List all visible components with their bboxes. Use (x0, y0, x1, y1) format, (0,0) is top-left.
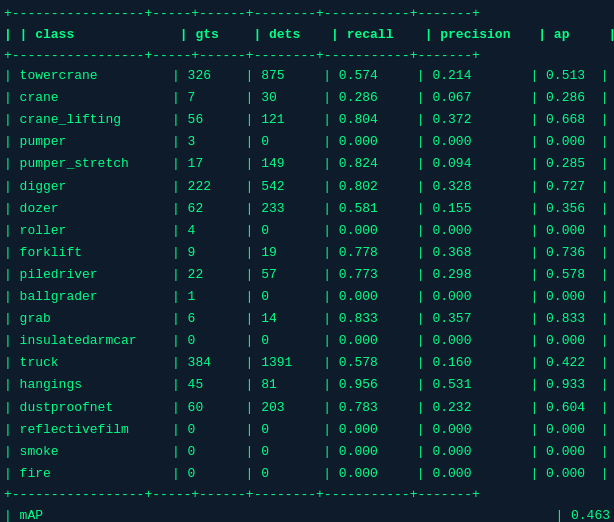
table-row: | dustproofnet | 60 | 203 | 0.783 | 0.23… (0, 397, 614, 419)
cell-class: | piledriver (4, 264, 172, 286)
cell-sep2: | (246, 109, 262, 131)
cell-dets: 19 (261, 242, 323, 264)
cell-sep4: | (417, 87, 433, 109)
cell-class: | crane (4, 87, 172, 109)
cell-recall: 0.578 (339, 352, 417, 374)
cell-class: | dustproofnet (4, 397, 172, 419)
cell-recall: 0.833 (339, 308, 417, 330)
cell-sep3: | (323, 153, 339, 175)
map-value: | 0.463 (555, 504, 610, 522)
cell-gts: 7 (188, 87, 246, 109)
cell-ap: 0.285 | (546, 153, 608, 175)
cell-ap: 0.000 | (546, 220, 608, 242)
table-body: | towercrane | 326 | 875 | 0.574 | 0.214… (0, 65, 614, 485)
cell-sep2: | (246, 87, 262, 109)
cell-sep3: | (323, 419, 339, 441)
table-row: | pumper_stretch | 17 | 149 | 0.824 | 0.… (0, 153, 614, 175)
cell-dets: 0 (261, 220, 323, 242)
cell-gts: 56 (188, 109, 246, 131)
cell-precision: 0.328 (432, 176, 530, 198)
cell-sep3: | (323, 264, 339, 286)
table-row: | roller | 4 | 0 | 0.000 | 0.000 | 0.000… (0, 220, 614, 242)
cell-sep4: | (417, 264, 433, 286)
cell-sep3: | (323, 220, 339, 242)
cell-recall: 0.581 (339, 198, 417, 220)
col-header-ap: ap | (554, 24, 614, 46)
table-row: | digger | 222 | 542 | 0.802 | 0.328 | 0… (0, 176, 614, 198)
cell-sep5: | (530, 397, 546, 419)
table-row: | dozer | 62 | 233 | 0.581 | 0.155 | 0.3… (0, 198, 614, 220)
cell-dets: 14 (261, 308, 323, 330)
cell-dets: 203 (261, 397, 323, 419)
cell-dets: 30 (261, 87, 323, 109)
cell-sep1: | (172, 463, 188, 485)
cell-sep3: | (323, 242, 339, 264)
cell-gts: 0 (188, 463, 246, 485)
cell-ap: 0.000 | (546, 330, 608, 352)
cell-precision: 0.000 (432, 330, 530, 352)
cell-ap: 0.668 | (546, 109, 608, 131)
cell-precision: 0.160 (432, 352, 530, 374)
table-row: | towercrane | 326 | 875 | 0.574 | 0.214… (0, 65, 614, 87)
cell-sep1: | (172, 176, 188, 198)
cell-recall: 0.824 (339, 153, 417, 175)
cell-class: | fire (4, 463, 172, 485)
cell-precision: 0.368 (432, 242, 530, 264)
cell-sep1: | (172, 198, 188, 220)
col-header-precision: precision (440, 24, 538, 46)
cell-ap: 0.000 | (546, 131, 608, 153)
cell-precision: 0.155 (432, 198, 530, 220)
cell-sep3: | (323, 308, 339, 330)
cell-gts: 17 (188, 153, 246, 175)
table-row: | hangings | 45 | 81 | 0.956 | 0.531 | 0… (0, 374, 614, 396)
cell-class: | ballgrader (4, 286, 172, 308)
cell-class: | hangings (4, 374, 172, 396)
cell-ap: 0.833 | (546, 308, 608, 330)
cell-gts: 22 (188, 264, 246, 286)
header-divider: +-----------------+-----+------+--------… (0, 46, 614, 66)
cell-sep4: | (417, 109, 433, 131)
cell-gts: 0 (188, 419, 246, 441)
cell-ap: 0.604 | (546, 397, 608, 419)
cell-dets: 0 (261, 330, 323, 352)
cell-ap: 0.422 | (546, 352, 608, 374)
cell-gts: 6 (188, 308, 246, 330)
header-row: | | class | gts | dets | recall | precis… (0, 24, 614, 46)
col-header-gts: gts (195, 24, 253, 46)
table-row: | smoke | 0 | 0 | 0.000 | 0.000 | 0.000 … (0, 441, 614, 463)
cell-precision: 0.094 (432, 153, 530, 175)
cell-recall: 0.802 (339, 176, 417, 198)
cell-sep1: | (172, 330, 188, 352)
table-row: | piledriver | 22 | 57 | 0.773 | 0.298 |… (0, 264, 614, 286)
cell-sep4: | (417, 220, 433, 242)
cell-recall: 0.804 (339, 109, 417, 131)
cell-sep4: | (417, 463, 433, 485)
cell-sep3: | (323, 65, 339, 87)
cell-class: | grab (4, 308, 172, 330)
cell-class: | towercrane (4, 65, 172, 87)
cell-sep3: | (323, 286, 339, 308)
table-row: | crane | 7 | 30 | 0.286 | 0.067 | 0.286… (0, 87, 614, 109)
cell-sep1: | (172, 286, 188, 308)
cell-sep4: | (417, 242, 433, 264)
table-row: | crane_lifting | 56 | 121 | 0.804 | 0.3… (0, 109, 614, 131)
cell-gts: 62 (188, 198, 246, 220)
cell-sep2: | (246, 264, 262, 286)
cell-recall: 0.956 (339, 374, 417, 396)
cell-sep5: | (530, 198, 546, 220)
cell-precision: 0.531 (432, 374, 530, 396)
cell-recall: 0.000 (339, 463, 417, 485)
cell-recall: 0.778 (339, 242, 417, 264)
cell-ap: 0.000 | (546, 441, 608, 463)
cell-dets: 0 (261, 463, 323, 485)
cell-sep5: | (530, 242, 546, 264)
cell-precision: 0.000 (432, 419, 530, 441)
cell-recall: 0.000 (339, 441, 417, 463)
cell-dets: 81 (261, 374, 323, 396)
cell-ap: 0.578 | (546, 264, 608, 286)
cell-precision: 0.067 (432, 87, 530, 109)
cell-sep1: | (172, 87, 188, 109)
cell-class: | smoke (4, 441, 172, 463)
cell-dets: 121 (261, 109, 323, 131)
top-divider: +-----------------+-----+------+--------… (0, 4, 614, 24)
